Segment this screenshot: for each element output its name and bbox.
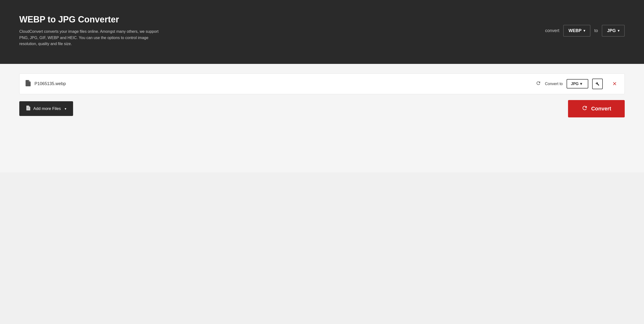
convert-button[interactable]: Convert <box>568 100 625 117</box>
file-document-icon <box>25 80 31 87</box>
main-section: P1065135.webp Convert to JPG ▾ ✕ <box>0 64 644 172</box>
add-files-icon <box>26 106 30 112</box>
header-converter: convert WEBP to JPG <box>545 25 625 37</box>
convert-to-label: Convert to <box>545 82 563 86</box>
bottom-bar: Add more Files ▾ Convert <box>19 100 625 117</box>
format-select-label: JPG <box>571 82 579 86</box>
header-from-format-label: WEBP <box>568 28 582 33</box>
refresh-icon[interactable] <box>536 80 541 87</box>
file-row-controls: Convert to JPG ▾ ✕ <box>536 79 619 89</box>
header-convert-label: convert <box>545 28 559 33</box>
file-name-label: P1065135.webp <box>34 81 536 86</box>
format-select-button[interactable]: JPG ▾ <box>566 79 588 88</box>
header-section: WEBP to JPG Converter CloudConvert conve… <box>0 0 644 64</box>
file-row: P1065135.webp Convert to JPG ▾ ✕ <box>19 73 625 94</box>
header-description: CloudConvert converts your image files o… <box>19 28 164 47</box>
header-to-label: to <box>594 28 598 33</box>
settings-wrench-button[interactable] <box>592 79 603 89</box>
remove-file-button[interactable]: ✕ <box>610 80 619 87</box>
header-from-format-button[interactable]: WEBP <box>563 25 590 37</box>
header-to-format-label: JPG <box>607 28 616 33</box>
add-files-chevron-icon: ▾ <box>65 107 66 111</box>
convert-label: Convert <box>591 106 611 112</box>
page-title: WEBP to JPG Converter <box>19 14 164 24</box>
add-more-files-button[interactable]: Add more Files ▾ <box>19 101 73 116</box>
add-files-label: Add more Files <box>33 106 61 111</box>
format-chevron-icon: ▾ <box>580 81 582 86</box>
header-text-block: WEBP to JPG Converter CloudConvert conve… <box>19 14 164 47</box>
close-icon: ✕ <box>612 81 617 87</box>
convert-refresh-icon <box>582 105 588 113</box>
header-to-format-button[interactable]: JPG <box>602 25 625 37</box>
